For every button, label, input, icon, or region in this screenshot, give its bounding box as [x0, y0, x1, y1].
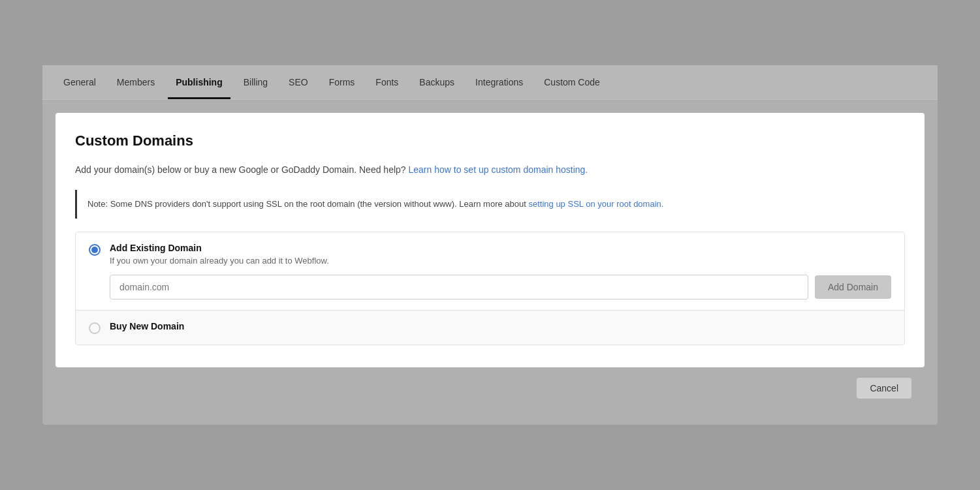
tab-custom-code[interactable]: Custom Code: [536, 65, 608, 99]
add-existing-option[interactable]: Add Existing Domain If you own your doma…: [76, 232, 904, 310]
add-existing-subtitle: If you own your domain already you can a…: [110, 256, 891, 266]
option-section: Add Existing Domain If you own your doma…: [75, 232, 905, 345]
description-link[interactable]: Learn how to set up custom domain hostin…: [409, 164, 588, 175]
add-existing-content: Add Existing Domain If you own your doma…: [110, 243, 891, 299]
tab-backups[interactable]: Backups: [411, 65, 462, 99]
note-box: Note: Some DNS providers don't support u…: [75, 190, 905, 219]
tab-billing[interactable]: Billing: [236, 65, 276, 99]
tab-forms[interactable]: Forms: [321, 65, 363, 99]
note-link[interactable]: setting up SSL on your root domain.: [528, 199, 663, 209]
main-container: General Members Publishing Billing SEO F…: [42, 65, 938, 425]
bottom-bar: Cancel: [55, 367, 925, 409]
domain-input-row: Add Domain: [110, 275, 891, 299]
tab-general[interactable]: General: [55, 65, 104, 99]
buy-new-content: Buy New Domain: [110, 321, 891, 334]
add-domain-button[interactable]: Add Domain: [815, 275, 891, 299]
add-existing-title: Add Existing Domain: [110, 243, 891, 253]
tab-seo[interactable]: SEO: [281, 65, 316, 99]
tab-integrations[interactable]: Integrations: [467, 65, 531, 99]
cancel-button[interactable]: Cancel: [857, 378, 911, 399]
tab-members[interactable]: Members: [109, 65, 163, 99]
buy-new-title: Buy New Domain: [110, 321, 891, 331]
nav-tabs: General Members Publishing Billing SEO F…: [42, 65, 938, 100]
tab-publishing[interactable]: Publishing: [168, 65, 230, 99]
add-existing-radio[interactable]: [89, 244, 101, 256]
buy-new-option[interactable]: Buy New Domain: [76, 310, 904, 345]
buy-new-radio[interactable]: [89, 322, 101, 334]
page-title: Custom Domains: [75, 132, 905, 149]
content-area: Custom Domains Add your domain(s) below …: [42, 100, 938, 422]
domain-input[interactable]: [110, 275, 808, 299]
card: Custom Domains Add your domain(s) below …: [55, 113, 925, 367]
description-text: Add your domain(s) below or buy a new Go…: [75, 162, 905, 177]
tab-fonts[interactable]: Fonts: [368, 65, 406, 99]
